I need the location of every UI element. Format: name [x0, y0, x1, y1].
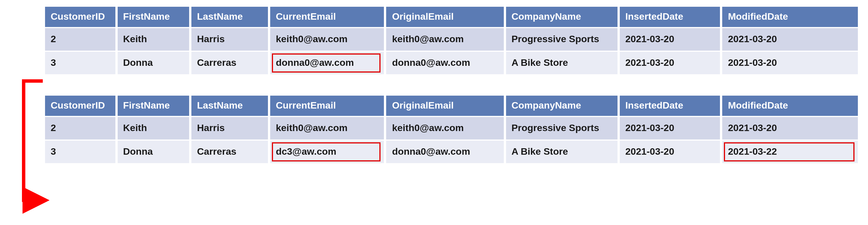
cell-first-name: Donna	[117, 52, 189, 74]
table-after: CustomerID FirstName LastName CurrentEma…	[43, 95, 860, 164]
cell-modified-date: 2021-03-22	[722, 141, 858, 163]
table-row: 3 Donna Carreras dc3@aw.com donna0@aw.co…	[45, 141, 858, 163]
table-row: 3 Donna Carreras donna0@aw.com donna0@aw…	[45, 52, 858, 74]
cell-customer-id: 3	[45, 141, 115, 163]
cell-customer-id: 2	[45, 117, 115, 139]
cell-last-name: Harris	[191, 117, 268, 139]
col-inserted-date: InsertedDate	[620, 7, 720, 27]
cell-modified-date: 2021-03-20	[722, 52, 858, 74]
cell-current-email: dc3@aw.com	[270, 141, 384, 163]
col-last-name: LastName	[191, 96, 268, 116]
arrow-icon	[18, 79, 52, 208]
cell-original-email: donna0@aw.com	[386, 141, 503, 163]
cell-company-name: Progressive Sports	[506, 117, 617, 139]
col-original-email: OriginalEmail	[386, 96, 503, 116]
cell-first-name: Keith	[117, 117, 189, 139]
cell-original-email: keith0@aw.com	[386, 117, 503, 139]
cell-current-email: keith0@aw.com	[270, 117, 384, 139]
col-first-name: FirstName	[117, 7, 189, 27]
cell-first-name: Keith	[117, 28, 189, 51]
cell-inserted-date: 2021-03-20	[620, 117, 720, 139]
cell-customer-id: 2	[45, 28, 115, 51]
table-row: 2 Keith Harris keith0@aw.com keith0@aw.c…	[45, 28, 858, 51]
col-inserted-date: InsertedDate	[620, 96, 720, 116]
cell-inserted-date: 2021-03-20	[620, 52, 720, 74]
table-header-row: CustomerID FirstName LastName CurrentEma…	[45, 7, 858, 27]
cell-inserted-date: 2021-03-20	[620, 141, 720, 163]
cell-modified-date: 2021-03-20	[722, 28, 858, 51]
cell-company-name: A Bike Store	[506, 52, 617, 74]
col-customer-id: CustomerID	[45, 96, 115, 116]
table-row: 2 Keith Harris keith0@aw.com keith0@aw.c…	[45, 117, 858, 139]
cell-current-email: keith0@aw.com	[270, 28, 384, 51]
cell-company-name: A Bike Store	[506, 141, 617, 163]
col-company-name: CompanyName	[506, 7, 617, 27]
cell-original-email: donna0@aw.com	[386, 52, 503, 74]
cell-customer-id: 3	[45, 52, 115, 74]
col-company-name: CompanyName	[506, 96, 617, 116]
table-header-row: CustomerID FirstName LastName CurrentEma…	[45, 96, 858, 116]
col-last-name: LastName	[191, 7, 268, 27]
cell-last-name: Carreras	[191, 141, 268, 163]
cell-inserted-date: 2021-03-20	[620, 28, 720, 51]
col-modified-date: ModifiedDate	[722, 7, 858, 27]
col-modified-date: ModifiedDate	[722, 96, 858, 116]
cell-current-email: donna0@aw.com	[270, 52, 384, 74]
cell-modified-date: 2021-03-20	[722, 117, 858, 139]
col-current-email: CurrentEmail	[270, 96, 384, 116]
col-current-email: CurrentEmail	[270, 7, 384, 27]
col-original-email: OriginalEmail	[386, 7, 503, 27]
cell-last-name: Harris	[191, 28, 268, 51]
cell-first-name: Donna	[117, 141, 189, 163]
cell-original-email: keith0@aw.com	[386, 28, 503, 51]
col-customer-id: CustomerID	[45, 7, 115, 27]
cell-last-name: Carreras	[191, 52, 268, 74]
cell-company-name: Progressive Sports	[506, 28, 617, 51]
table-before: CustomerID FirstName LastName CurrentEma…	[43, 6, 860, 75]
col-first-name: FirstName	[117, 96, 189, 116]
